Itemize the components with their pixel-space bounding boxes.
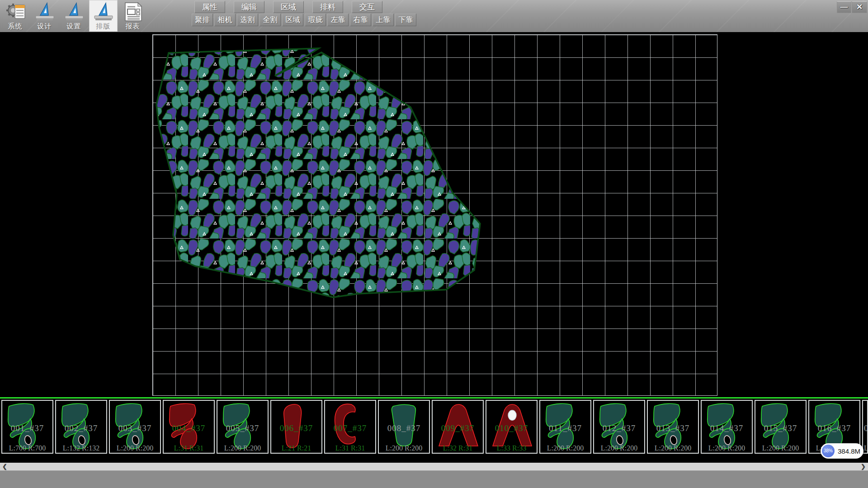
part-thumbnail-017-partial[interactable]: 0 L: [862, 400, 868, 454]
launcher-design-button[interactable]: 设计 [30, 0, 59, 32]
launcher-report-button[interactable]: 报表 [118, 0, 147, 32]
part-thumbnail-013[interactable]: 013_#37 L:200 R:200 [647, 400, 699, 454]
tab-region[interactable]: 区域 [273, 1, 304, 13]
set-square-icon [91, 1, 116, 22]
tool-align-left[interactable]: 左靠 [327, 14, 349, 26]
scroll-left-arrow-icon[interactable]: ❮ [1, 463, 9, 470]
horizontal-scrollbar[interactable]: ❮ ❯ [0, 463, 868, 470]
part-thumbnail-008[interactable]: 008_#37 L:200 R:200 [378, 400, 430, 454]
tab-edit[interactable]: 编辑 [234, 1, 264, 13]
launcher-label: 排版 [89, 22, 118, 31]
part-thumbnail-007[interactable]: 007_#37 L:31 R:31 [324, 400, 376, 454]
part-thumbnail-011[interactable]: 011_#37 L:200 R:200 [539, 400, 591, 454]
part-thumbnail-010[interactable]: 010_#37 L:33 R:33 [486, 400, 538, 454]
launcher-label: 设置 [60, 22, 88, 31]
tool-select-cut[interactable]: 选割 [237, 14, 258, 26]
launcher-label: 系统 [1, 22, 29, 31]
memory-usage-badge: 38% 384.8M [821, 443, 863, 459]
memory-amount-label: 384.8M [835, 447, 863, 455]
part-thumbnail-005[interactable]: 005_#37 L:200 R:200 [217, 400, 269, 454]
nesting-canvas[interactable] [0, 32, 868, 397]
part-thumbnail-012[interactable]: 012_#37 L:200 R:200 [593, 400, 645, 454]
tool-cut-all[interactable]: 全割 [259, 14, 281, 26]
tool-region[interactable]: 区域 [282, 14, 303, 26]
tool-cluster-nest[interactable]: 聚排 [192, 14, 213, 26]
set-square-icon [61, 1, 87, 22]
part-thumbnail-003[interactable]: 003_#37 L:200 R:200 [109, 400, 161, 454]
application-window: 系统 设计 设置 排版 报表 属性 编辑 区域 排料 交互 聚排 相机 选割 全… [0, 0, 868, 488]
strip-separator-line [0, 397, 868, 399]
tab-nesting[interactable]: 排料 [312, 1, 343, 13]
part-thumbnail-006[interactable]: 006_#37 L:21 R:21 [270, 400, 322, 454]
status-bar [0, 470, 868, 488]
close-button[interactable]: ✕ [852, 1, 867, 13]
set-square-icon [32, 1, 57, 22]
scroll-right-arrow-icon[interactable]: ❯ [859, 463, 867, 470]
system-gear-icon [5, 1, 26, 22]
report-doc-icon [122, 1, 144, 22]
part-thumbnail-001[interactable]: 001_#37 L:700 R:700 [1, 400, 53, 454]
part-thumbnail-014[interactable]: 014_#37 L:200 R:200 [701, 400, 753, 454]
launcher-system-button[interactable]: 系统 [1, 0, 29, 32]
memory-percent-indicator: 38% [822, 445, 835, 457]
tool-align-bottom[interactable]: 下靠 [395, 14, 416, 26]
leather-hide-nest[interactable] [0, 32, 868, 397]
part-thumbnail-004[interactable]: 004_#37 L:31 R:31 [163, 400, 215, 454]
tool-align-top[interactable]: 上靠 [373, 14, 394, 26]
part-thumbnail-009[interactable]: 009_#37 L:32 R:31 [432, 400, 484, 454]
launcher-nesting-button[interactable]: 排版 [89, 0, 118, 32]
main-toolbar: 系统 设计 设置 排版 报表 属性 编辑 区域 排料 交互 聚排 相机 选割 全… [0, 0, 868, 33]
part-thumbnail-002[interactable]: 002_#37 L:132 R:132 [55, 400, 107, 454]
tool-defect[interactable]: 瑕疵 [305, 14, 326, 26]
tab-interaction[interactable]: 交互 [352, 1, 382, 13]
launcher-label: 设计 [30, 22, 59, 31]
launcher-label: 报表 [118, 22, 147, 31]
tab-properties[interactable]: 属性 [194, 1, 225, 13]
tool-align-right[interactable]: 右靠 [350, 14, 371, 26]
part-thumbnail-015[interactable]: 015_#37 L:200 R:200 [755, 400, 807, 454]
parts-thumbnail-strip: 001_#37 L:700 R:700 002_#37 L:132 R:132 … [0, 397, 868, 456]
minimize-button[interactable]: — [837, 1, 851, 13]
tool-camera[interactable]: 相机 [214, 14, 236, 26]
launcher-settings-button[interactable]: 设置 [60, 0, 88, 32]
